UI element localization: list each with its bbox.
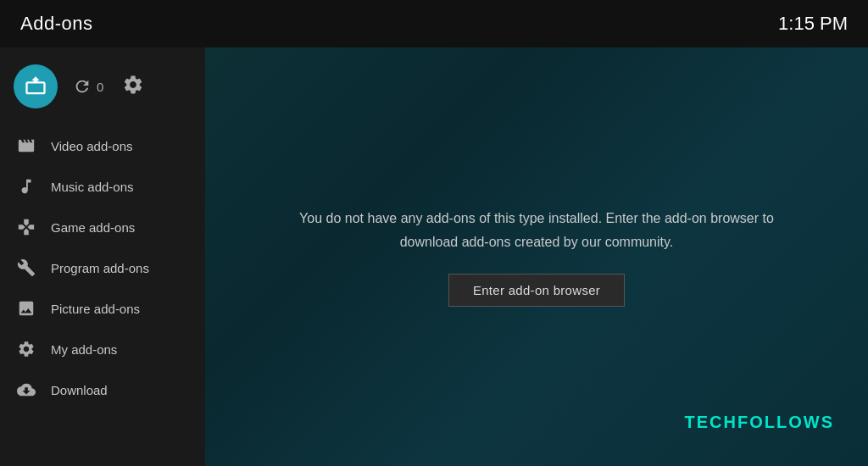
watermark: TECHFOLLOWS bbox=[685, 413, 834, 432]
app-header: Add-ons 1:15 PM bbox=[0, 0, 868, 47]
refresh-button[interactable]: 0 bbox=[73, 77, 103, 96]
page-title: Add-ons bbox=[20, 13, 92, 35]
sidebar-item-music-addons[interactable]: Music add-ons bbox=[0, 166, 205, 207]
download-icon bbox=[17, 380, 36, 399]
sidebar: 0 Video add-ons bbox=[0, 47, 205, 466]
sidebar-top-controls: 0 bbox=[0, 61, 205, 125]
picture-icon bbox=[17, 299, 36, 318]
sidebar-item-program-addons[interactable]: Program add-ons bbox=[0, 247, 205, 288]
sidebar-item-label-picture: Picture add-ons bbox=[51, 302, 140, 316]
enter-addon-browser-button[interactable]: Enter add-on browser bbox=[448, 274, 625, 307]
game-icon bbox=[17, 218, 36, 236]
sidebar-item-label-game: Game add-ons bbox=[51, 220, 135, 235]
clock: 1:15 PM bbox=[778, 13, 848, 35]
sidebar-item-game-addons[interactable]: Game add-ons bbox=[0, 207, 205, 247]
sidebar-item-label-video: Video add-ons bbox=[51, 139, 132, 153]
sidebar-item-label-program: Program add-ons bbox=[51, 261, 149, 275]
sidebar-item-label-download: Download bbox=[51, 383, 108, 397]
program-icon bbox=[17, 258, 36, 277]
myaddon-icon bbox=[17, 340, 36, 358]
main-content: You do not have any add-ons of this type… bbox=[205, 47, 868, 466]
refresh-count: 0 bbox=[97, 80, 103, 94]
sidebar-item-label-music: Music add-ons bbox=[51, 180, 134, 194]
sidebar-item-download[interactable]: Download bbox=[0, 369, 205, 410]
sidebar-item-video-addons[interactable]: Video add-ons bbox=[0, 125, 205, 166]
no-addons-message: You do not have any add-ons of this type… bbox=[282, 207, 791, 252]
refresh-icon bbox=[73, 77, 92, 96]
sidebar-nav: Video add-ons Music add-ons Game add-ons bbox=[0, 125, 205, 410]
sidebar-item-my-addons[interactable]: My add-ons bbox=[0, 329, 205, 369]
sidebar-item-label-myaddon: My add-ons bbox=[51, 342, 117, 357]
sidebar-item-picture-addons[interactable]: Picture add-ons bbox=[0, 288, 205, 329]
addon-browser-icon[interactable] bbox=[14, 64, 58, 108]
video-icon bbox=[17, 136, 36, 155]
music-icon bbox=[17, 177, 36, 196]
main-layout: 0 Video add-ons bbox=[0, 47, 868, 466]
settings-button[interactable] bbox=[122, 74, 144, 99]
box-icon bbox=[24, 75, 47, 98]
gear-icon bbox=[122, 74, 144, 96]
